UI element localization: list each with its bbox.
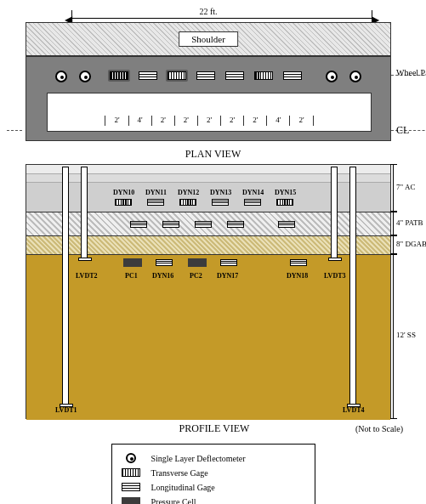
label-pc1: PC1 xyxy=(125,272,138,280)
profile-view-title: PROFILE VIEW xyxy=(151,422,277,435)
longitudinal-gage-icon xyxy=(220,259,237,266)
lvdt-tube xyxy=(81,167,88,258)
label-dyn14: DYN14 xyxy=(242,189,264,196)
label-lvdt3: LVDT3 xyxy=(324,272,346,280)
deflectometer-icon xyxy=(126,453,136,463)
lvdt-tube xyxy=(349,167,356,405)
profile-view: DYN10 DYN11 DYN12 DYN13 DYN14 DYN15 LVDT… xyxy=(26,164,391,419)
transverse-gage-icon xyxy=(168,71,186,80)
legend-label: Longitudinal Gage xyxy=(151,483,215,492)
longitudinal-gage-icon xyxy=(244,199,261,206)
dim-ss: 12' SS xyxy=(396,331,426,339)
lvdt-tube xyxy=(62,167,69,405)
layer-ss xyxy=(26,255,390,420)
label-lvdt2: LVDT2 xyxy=(76,272,98,280)
longitudinal-gage-icon xyxy=(290,259,307,266)
legend-row: Longitudinal Gage xyxy=(119,481,308,493)
pressure-cell-icon xyxy=(122,497,140,504)
transverse-gage-icon xyxy=(122,468,140,477)
longitudinal-gage-icon xyxy=(227,221,244,228)
pressure-cell-icon xyxy=(188,258,207,267)
legend-row: Pressure Cell xyxy=(119,496,308,504)
longitudinal-gage-icon xyxy=(122,483,140,491)
centerline-label: CL xyxy=(396,124,409,137)
label-dyn16: DYN16 xyxy=(152,272,173,280)
longitudinal-gage-icon xyxy=(196,71,215,80)
deflectometer-icon xyxy=(326,71,338,82)
legend-label: Single Layer Deflectometer xyxy=(151,454,246,463)
not-to-scale: (Not to Scale) xyxy=(277,424,403,433)
dim-dgab: 8" DGAB xyxy=(396,240,426,248)
dim-patb: 4" PATB xyxy=(396,218,426,227)
longitudinal-gage-icon xyxy=(162,221,179,228)
longitudinal-gage-icon xyxy=(225,71,244,80)
longitudinal-gage-icon xyxy=(278,221,295,228)
longitudinal-gage-icon xyxy=(156,259,173,266)
longitudinal-gage-icon xyxy=(283,71,302,80)
plan-span-dimension: ◀ 22 ft. ▶ xyxy=(26,8,391,22)
legend-box: Single Layer Deflectometer Transverse Ga… xyxy=(111,444,315,504)
longitudinal-gage-icon xyxy=(139,71,157,80)
longitudinal-gage-icon xyxy=(212,199,229,206)
legend-label: Transverse Gage xyxy=(151,468,208,478)
transverse-gage-icon xyxy=(179,199,196,206)
label-lvdt1: LVDT1 xyxy=(55,406,77,414)
transverse-gage-icon xyxy=(254,71,273,80)
legend-row: Single Layer Deflectometer xyxy=(119,452,308,464)
legend-label: Pressure Cell xyxy=(151,497,196,505)
label-dyn15: DYN15 xyxy=(275,189,296,196)
plan-spacing-strip: 2' 4' 2' 2' 2' 2' 2' 4' 2' xyxy=(47,93,372,132)
deflectometer-icon xyxy=(79,71,91,82)
longitudinal-gage-icon xyxy=(195,221,212,228)
label-dyn12: DYN12 xyxy=(178,189,199,196)
deflectometer-icon xyxy=(55,71,67,82)
label-dyn11: DYN11 xyxy=(145,189,167,196)
longitudinal-gage-icon xyxy=(130,221,147,228)
lvdt-tube xyxy=(331,167,338,258)
transverse-gage-icon xyxy=(115,199,132,206)
label-dyn18: DYN18 xyxy=(287,272,308,280)
transverse-gage-icon xyxy=(110,71,128,80)
pavement-area: 2' 4' 2' 2' 2' 2' 2' 4' 2' xyxy=(26,56,391,141)
legend-row: Transverse Gage xyxy=(119,467,308,479)
label-pc2: PC2 xyxy=(190,272,202,280)
plan-view: ◀ 22 ft. ▶ Shoulder 2' 4' xyxy=(26,8,391,144)
plan-sensor-row xyxy=(26,69,390,86)
plan-view-title: PLAN VIEW xyxy=(9,148,417,161)
plan-spacing-values: 2' 4' 2' 2' 2' 2' 2' 4' 2' xyxy=(48,116,371,126)
span-value: 22 ft. xyxy=(199,7,217,16)
shoulder-strip: Shoulder xyxy=(26,22,391,56)
longitudinal-gage-icon xyxy=(147,199,164,206)
label-dyn10: DYN10 xyxy=(113,189,134,196)
label-lvdt4: LVDT4 xyxy=(343,406,365,414)
transverse-gage-icon xyxy=(276,199,293,206)
deflectometer-icon xyxy=(349,71,361,82)
label-dyn13: DYN13 xyxy=(210,189,231,196)
pressure-cell-icon xyxy=(123,258,142,267)
dim-ac: 7" AC xyxy=(396,183,426,191)
shoulder-label: Shoulder xyxy=(179,31,238,47)
wheel-path-label: Wheel Path xyxy=(396,68,426,77)
label-dyn17: DYN17 xyxy=(217,272,238,280)
